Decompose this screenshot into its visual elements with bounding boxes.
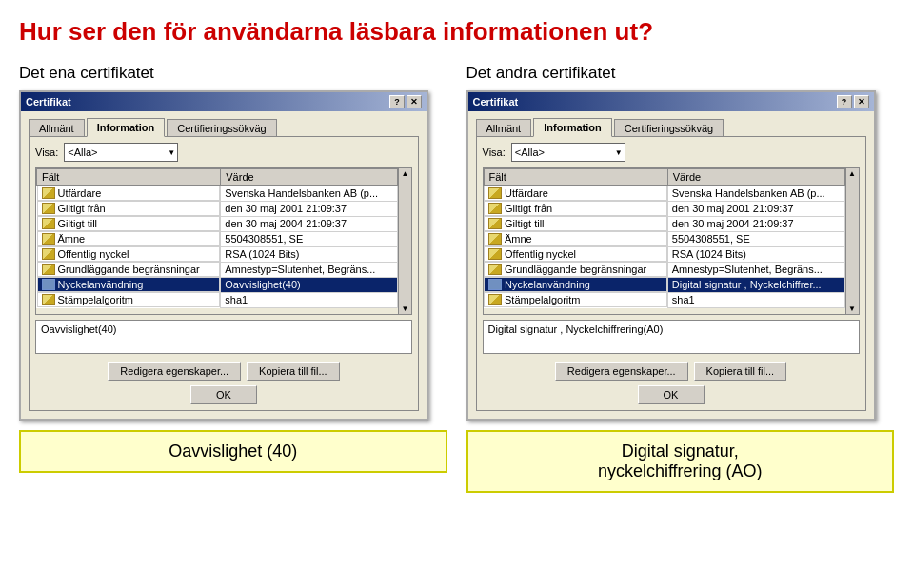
cert2-scrollbar[interactable]: ▲ ▼ xyxy=(845,168,859,314)
row-icon xyxy=(42,264,55,275)
cert1-titlebar: Certifikat ? ✕ xyxy=(21,92,427,111)
cert1-scroll-down-icon[interactable]: ▼ xyxy=(402,304,409,313)
cert2-visa-dropdown[interactable]: <Alla> ▼ xyxy=(511,143,625,162)
cert2-tabs: Allmänt Information Certifieringssökväg xyxy=(476,117,866,136)
cert1-visa-label: Visa: xyxy=(35,147,58,158)
table-row[interactable]: Giltigt tillden 30 maj 2004 21:09:37 xyxy=(37,216,398,231)
cert1-title-text: Certifikat xyxy=(26,96,71,108)
row-icon xyxy=(488,279,502,290)
cert2-help-button[interactable]: ? xyxy=(837,95,852,108)
cert2-kopiera-button[interactable]: Kopiera till fil... xyxy=(694,362,787,381)
cert1-ok-button[interactable]: OK xyxy=(190,385,257,404)
cert2-col-varde: Värde xyxy=(667,169,844,186)
cert2-highlight-line1: Digital signatur, xyxy=(622,441,739,461)
cert2-body: Allmänt Information Certifieringssökväg … xyxy=(468,111,874,419)
cert1-tab-content: Visa: <Alla> ▼ Fält xyxy=(29,136,419,411)
cert1-col-falt: Fält xyxy=(37,169,221,186)
table-row[interactable]: Grundläggande begränsningarÄmnestyp=Slut… xyxy=(37,262,398,277)
cert2-title-buttons: ? ✕ xyxy=(837,95,869,108)
table-row[interactable]: NyckelanvändningDigital signatur , Nycke… xyxy=(484,277,844,292)
cert2-visa-row: Visa: <Alla> ▼ xyxy=(483,143,860,162)
cert1-visa-dropdown[interactable]: <Alla> ▼ xyxy=(64,143,178,162)
row-icon xyxy=(42,203,55,214)
cert2-scroll-down-icon[interactable]: ▼ xyxy=(848,304,856,313)
table-row[interactable]: NyckelanvändningOavvislighet(40) xyxy=(37,277,398,292)
row-icon xyxy=(488,187,502,199)
table-row[interactable]: Ämne5504308551, SE xyxy=(484,231,844,246)
cert2-detail-box: Digital signatur , Nyckelchiffrering(A0) xyxy=(483,320,860,354)
cert1-visa-row: Visa: <Alla> ▼ xyxy=(35,143,412,162)
row-icon xyxy=(488,264,502,275)
row-icon xyxy=(42,233,55,245)
cert1-help-button[interactable]: ? xyxy=(389,95,405,108)
cert1-ok-row: OK xyxy=(35,385,412,404)
cert1-heading: Det ena certifikatet xyxy=(19,64,154,83)
cert2-title-text: Certifikat xyxy=(473,96,519,108)
cert2-ok-row: OK xyxy=(483,385,860,404)
table-row[interactable]: Offentlig nyckelRSA (1024 Bits) xyxy=(484,246,844,262)
table-row[interactable]: Giltigt frånden 30 maj 2001 21:09:37 xyxy=(37,201,398,216)
row-icon xyxy=(42,218,55,229)
cert2-column: Det andra certifikatet Certifikat ? ✕ Al… xyxy=(466,64,895,493)
cert1-scrollbar[interactable]: ▲ ▼ xyxy=(398,168,411,314)
cert2-scroll-up-icon[interactable]: ▲ xyxy=(848,169,856,178)
cert1-table: Fält Värde UtfärdareSvenska Handelsbanke… xyxy=(36,168,398,308)
row-icon xyxy=(488,294,502,305)
cert2-close-button[interactable]: ✕ xyxy=(854,95,869,108)
cert1-table-inner: Fält Värde UtfärdareSvenska Handelsbanke… xyxy=(36,168,398,314)
cert1-visa-value: <Alla> xyxy=(68,147,97,158)
cert2-visa-label: Visa: xyxy=(483,147,506,158)
cert1-body: Allmänt Information Certifieringssökväg … xyxy=(21,111,427,419)
cert1-close-button[interactable]: ✕ xyxy=(407,95,422,108)
cert2-table-header: Fält Värde xyxy=(484,169,844,186)
cert2-table: Fält Värde UtfärdareSvenska Handelsbanke… xyxy=(484,168,845,308)
cert1-tabs: Allmänt Information Certifieringssökväg xyxy=(29,117,419,136)
row-icon xyxy=(488,233,502,245)
table-row[interactable]: Giltigt frånden 30 maj 2001 21:09:37 xyxy=(484,201,844,216)
cert1-table-header: Fält Värde xyxy=(37,169,398,186)
cert1-bottom-buttons: Redigera egenskaper... Kopiera till fil.… xyxy=(35,362,412,381)
table-row[interactable]: Giltigt tillden 30 maj 2004 21:09:37 xyxy=(484,216,844,231)
cert1-tab-certifiering[interactable]: Certifieringssökväg xyxy=(167,119,277,137)
cert2-col-falt: Fält xyxy=(484,169,667,186)
cert2-tab-certifiering[interactable]: Certifieringssökväg xyxy=(614,119,724,137)
cert2-tab-allman[interactable]: Allmänt xyxy=(476,119,532,137)
cert2-visa-value: <Alla> xyxy=(515,147,545,158)
cert1-highlight-box: Oavvislighet (40) xyxy=(19,430,447,473)
table-row[interactable]: Grundläggande begränsningarÄmnestyp=Slut… xyxy=(484,262,844,277)
cert1-redigera-button[interactable]: Redigera egenskaper... xyxy=(108,362,241,381)
table-row[interactable]: UtfärdareSvenska Handelsbanken AB (p... xyxy=(37,186,398,202)
cert2-table-inner: Fält Värde UtfärdareSvenska Handelsbanke… xyxy=(484,168,845,314)
cert1-tab-allman[interactable]: Allmänt xyxy=(29,119,85,137)
cert1-dialog: Certifikat ? ✕ Allmänt Information Certi… xyxy=(19,90,428,421)
cert1-column: Det ena certifikatet Certifikat ? ✕ Allm… xyxy=(19,64,447,473)
page-title: Hur ser den för användarna läsbara infor… xyxy=(19,17,894,47)
cert1-detail-box: Oavvislighet(40) xyxy=(35,320,412,354)
cert2-tab-content: Visa: <Alla> ▼ Fält xyxy=(476,136,866,411)
cert2-tab-information[interactable]: Information xyxy=(533,118,612,137)
row-icon xyxy=(42,248,55,260)
cert1-table-wrapper: Fält Värde UtfärdareSvenska Handelsbanke… xyxy=(35,167,412,315)
cert1-scroll-up-icon[interactable]: ▲ xyxy=(402,169,409,178)
cert1-kopiera-button[interactable]: Kopiera till fil... xyxy=(247,362,340,381)
table-row[interactable]: Stämpelalgoritmsha1 xyxy=(484,292,844,307)
row-icon xyxy=(42,294,55,305)
cert2-titlebar: Certifikat ? ✕ xyxy=(468,92,874,111)
row-icon xyxy=(488,248,502,260)
table-row[interactable]: Stämpelalgoritmsha1 xyxy=(37,292,398,307)
cert1-tab-information[interactable]: Information xyxy=(87,118,166,137)
table-row[interactable]: Ämne5504308551, SE xyxy=(37,231,398,246)
cert2-dropdown-arrow-icon: ▼ xyxy=(615,148,623,157)
cert1-col-varde: Värde xyxy=(221,169,398,186)
cert2-highlight-box: Digital signatur, nyckelchiffrering (AO) xyxy=(466,430,895,493)
row-icon xyxy=(488,203,502,214)
cert1-dropdown-arrow-icon: ▼ xyxy=(168,148,175,157)
cert2-heading: Det andra certifikatet xyxy=(466,64,616,83)
table-row[interactable]: UtfärdareSvenska Handelsbanken AB (p... xyxy=(484,186,844,202)
cert2-highlight-line2: nyckelchiffrering (AO) xyxy=(598,461,763,480)
cert1-title-buttons: ? ✕ xyxy=(389,95,422,108)
cert2-ok-button[interactable]: OK xyxy=(638,385,705,404)
cert2-redigera-button[interactable]: Redigera egenskaper... xyxy=(555,362,688,381)
table-row[interactable]: Offentlig nyckelRSA (1024 Bits) xyxy=(37,246,398,262)
cert2-dialog: Certifikat ? ✕ Allmänt Information Certi… xyxy=(466,90,876,421)
